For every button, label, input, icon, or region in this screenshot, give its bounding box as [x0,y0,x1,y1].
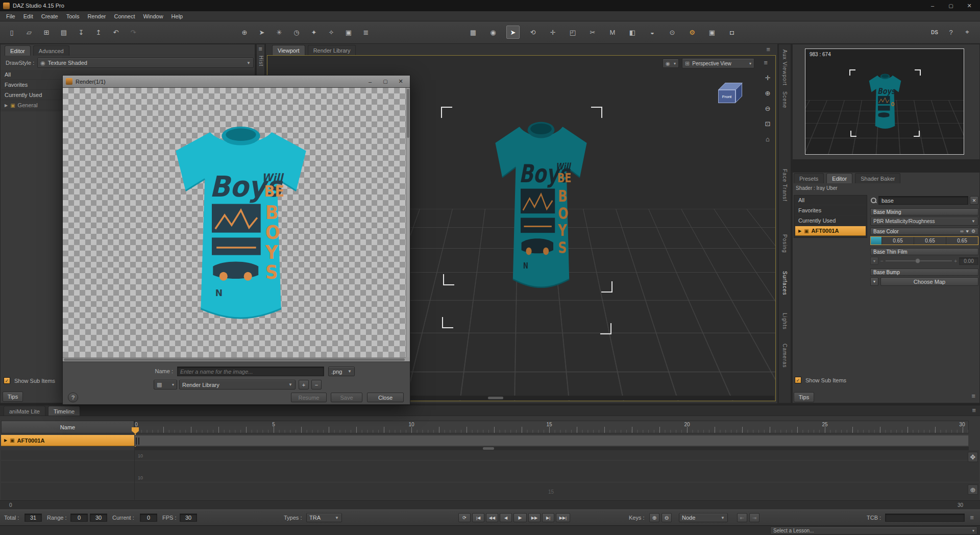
thin-film-slider[interactable] [886,257,952,265]
show-sub-items-checkbox[interactable]: ✓ [4,377,10,384]
side-tab-aux-viewport[interactable]: Aux Viewport [782,50,788,86]
render-close-x-button[interactable]: ✕ [395,77,407,86]
render-settings-button[interactable]: ⚙ [685,26,699,39]
surface-filter-currently-used[interactable]: Currently Used [795,216,866,226]
drawstyle-dropdown[interactable]: ◉ Texture Shaded ▼ [37,58,254,68]
menu-create[interactable]: Create [37,11,62,21]
maximize-button[interactable]: ▢ [943,1,959,10]
base-color-g-value[interactable]: 0.65 [914,237,946,245]
slider-plus-icon[interactable]: + [954,258,957,264]
render-hscroll-handle[interactable] [64,358,405,361]
bump-expand-button[interactable]: ▾ [870,277,878,286]
joint-editor-button[interactable]: ✳ [273,26,286,39]
go-end-button[interactable]: ▶▶| [556,513,570,522]
menu-help[interactable]: Help [167,11,187,21]
merge-file-button[interactable]: ⊞ [40,26,53,39]
camera-view-dropdown[interactable]: ⊞ Perspective View ▾ [682,58,754,68]
timeline-track-lane[interactable] [134,435,969,446]
tcb-field[interactable] [885,514,965,522]
current-field[interactable]: 0 [140,514,157,522]
menu-file[interactable]: File [2,11,19,21]
timeline-scroll-handle[interactable] [483,447,494,450]
rotate-tool-button[interactable]: ⟲ [526,26,540,39]
tab-shader-baker[interactable]: Shader Baker [855,173,900,183]
side-tab-scene[interactable]: Scene [782,91,788,108]
translate-tool-button[interactable]: ✛ [546,26,559,39]
timeline-pan-button[interactable]: ✥ [968,452,978,462]
render-image-area[interactable]: Boys Will BE B O Y S N [63,88,410,362]
save-button[interactable]: Save [331,393,362,402]
prev-key-button[interactable]: ◀◀ [486,513,498,522]
tab-presets[interactable]: Presets [794,173,824,183]
timeline-scroll-strip[interactable] [134,447,969,450]
shift-left-button[interactable]: ⇤ [737,513,747,522]
create-light-button[interactable]: ✧ [325,26,338,39]
scene-globe-button[interactable]: ◉ [486,26,500,39]
render-vscrollbar[interactable] [406,88,410,357]
prev-frame-button[interactable]: ◀ [500,513,512,522]
timeline-range-strip[interactable]: 0 30 [0,500,980,509]
side-tab-cameras[interactable]: Cameras [782,344,788,368]
menu-edit[interactable]: Edit [19,11,37,21]
keyframe-tick[interactable] [136,437,137,445]
surface-selection-button[interactable]: ◧ [626,26,639,39]
base-mixing-dropdown[interactable]: PBR Metallicity/Roughness ▼ [870,217,978,226]
node-dropdown[interactable]: Node ▼ [679,513,728,522]
timeline-zoom-button[interactable]: ⊕ [968,484,978,495]
base-color-swatch[interactable] [871,237,882,245]
pane-menu-icon[interactable]: ≣ [972,407,976,413]
pane-menu-icon[interactable]: ≣ [766,46,770,52]
scene-camera-button[interactable]: ◉ ▾ [663,59,679,68]
next-key-button[interactable]: ▶| [542,513,554,522]
clear-search-button[interactable]: ✕ [970,196,978,205]
export-button[interactable]: ↥ [92,26,105,39]
thin-film-expand-button[interactable]: ▾ [870,257,878,265]
tab-editor-surfaces[interactable]: Editor [826,173,852,183]
tab-animate-lite[interactable]: aniMate Lite [4,406,45,416]
dolly-view-button[interactable]: ⊕ [762,87,773,99]
menu-window[interactable]: Window [139,11,167,21]
redo-button[interactable]: ↷ [127,26,140,39]
slider-handle[interactable] [915,258,920,263]
library-remove-button[interactable]: − [311,380,322,390]
side-tab-posing[interactable]: Posing [782,234,788,253]
home-view-button[interactable]: ⌂ [762,133,773,144]
tab-editor[interactable]: Editor [5,45,31,56]
keyframe-tick[interactable] [138,437,139,445]
format-dropdown[interactable]: .png ▼ [328,367,355,376]
add-key-button[interactable]: ⊕ [649,513,659,522]
tips-button[interactable]: Tips [3,392,23,402]
thin-film-value[interactable]: 0.00 [959,257,978,265]
figure-tool-button[interactable]: ◒ [646,26,659,39]
lesson-dropdown[interactable]: Select a Lesson... ▾ [770,527,977,534]
timeline-ruler[interactable]: 0 5 10 15 20 25 30 [134,421,969,433]
tshirt-model[interactable]: Boys Will BE B O Y S N [480,115,602,309]
create-camera-button[interactable]: ▣ [342,26,355,39]
loop-button[interactable]: ⟳ [458,513,471,522]
menu-tools[interactable]: Tools [62,11,84,21]
minimize-button[interactable]: – [925,1,940,10]
menu-render[interactable]: Render [83,11,110,21]
geometry-editor-button[interactable]: ✂ [586,26,599,39]
library-type-button[interactable]: ▩ ▾ [154,380,177,390]
render-library-dropdown[interactable]: Render Library ▼ [179,380,296,390]
node-arrow-button[interactable]: ➤ [255,26,268,39]
link-icon[interactable]: ∞ [960,229,963,234]
daz-store-button[interactable]: DS [928,26,941,39]
pin-button[interactable]: ⌖ [961,26,974,39]
tips-button[interactable]: Tips [794,392,814,402]
aux-camera-button[interactable]: ◘ [725,26,739,39]
pane-menu-icon[interactable]: ≣ [258,46,262,52]
scene-list-button[interactable]: ≣ [359,26,373,39]
viewport-scroll-handle[interactable] [488,397,503,399]
surface-filter-favorites[interactable]: Favorites [795,206,866,215]
render-button[interactable]: ▣ [705,26,719,39]
side-tab-surfaces[interactable]: Surfaces [782,271,788,295]
spot-render-button[interactable]: ⊙ [666,26,679,39]
node-selection-tool-button[interactable]: ➤ [506,26,520,39]
search-input[interactable]: base [878,196,968,205]
render-name-input[interactable] [177,367,324,376]
tab-viewport[interactable]: Viewport [272,45,305,55]
shift-right-button[interactable]: ⇥ [749,513,760,522]
viewport-options-icon[interactable]: ≣ [764,60,768,65]
